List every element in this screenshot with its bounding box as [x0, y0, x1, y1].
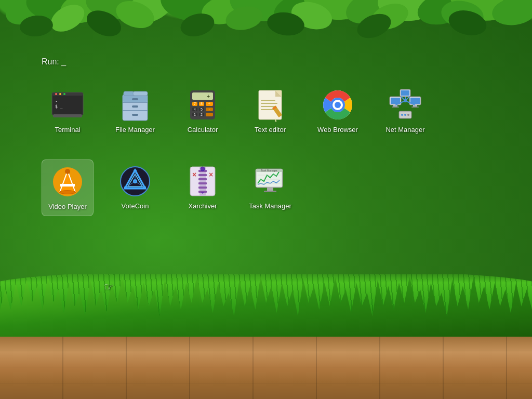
- task-manager-label: Task Manager: [249, 202, 291, 210]
- desktop-icons-container: - $ _ Terminal: [42, 83, 490, 237]
- svg-point-97: [404, 114, 406, 116]
- svg-point-32: [55, 93, 57, 95]
- svg-rect-39: [132, 98, 138, 100]
- icons-row-1: - $ _ Terminal: [42, 83, 490, 139]
- icons-row-2: Video Player: [42, 159, 490, 216]
- web-browser-label: Web Browser: [317, 126, 358, 134]
- svg-rect-80: [391, 98, 400, 104]
- svg-text:+: +: [207, 94, 210, 99]
- app-icon-text-editor[interactable]: Text editor: [244, 83, 296, 139]
- svg-rect-88: [401, 90, 409, 96]
- svg-point-96: [401, 114, 403, 116]
- leaves-decoration: [0, 0, 532, 68]
- net-manager-label: Net Manager: [385, 126, 424, 134]
- svg-rect-41: [132, 114, 138, 116]
- svg-rect-42: [124, 91, 134, 96]
- svg-text:$ _: $ _: [55, 104, 63, 109]
- app-icon-net-manager[interactable]: Net Manager: [379, 83, 431, 139]
- svg-text:×: ×: [192, 170, 196, 179]
- calculator-icon: + 7 8 ÷ 4: [186, 88, 219, 122]
- svg-rect-37: [123, 102, 148, 103]
- video-player-label: Video Player: [48, 203, 86, 210]
- svg-rect-86: [411, 107, 419, 108]
- svg-point-33: [59, 93, 61, 95]
- svg-rect-68: [261, 100, 275, 101]
- svg-text:÷: ÷: [208, 102, 210, 105]
- svg-point-78: [335, 102, 341, 108]
- cursor-pointer: ☞: [104, 281, 113, 293]
- terminal-icon: - $ _: [51, 88, 84, 122]
- votecoin-icon: [118, 165, 152, 198]
- web-browser-icon: [321, 88, 354, 122]
- file-manager-label: File Manager: [115, 126, 155, 134]
- app-icon-web-browser[interactable]: Web Browser: [312, 83, 364, 139]
- svg-rect-124: [198, 182, 207, 184]
- svg-point-34: [63, 93, 65, 95]
- app-icon-task-manager[interactable]: Task Manager Task Manager: [244, 159, 296, 215]
- svg-rect-122: [198, 174, 207, 176]
- text-editor-label: Text editor: [255, 126, 286, 134]
- svg-rect-132: [257, 170, 282, 187]
- svg-rect-71: [261, 109, 274, 110]
- svg-rect-102: [60, 184, 75, 187]
- net-manager-icon: [389, 88, 422, 122]
- svg-text:×: ×: [208, 108, 210, 111]
- svg-text:8: 8: [201, 102, 203, 105]
- svg-rect-82: [392, 107, 399, 108]
- app-icon-file-manager[interactable]: File Manager: [109, 83, 161, 139]
- run-prompt: Run: _: [42, 57, 66, 66]
- app-icon-votecoin[interactable]: VoteCoin: [109, 159, 161, 215]
- svg-text:2: 2: [201, 113, 203, 116]
- svg-rect-27: [52, 92, 83, 115]
- svg-point-98: [407, 114, 409, 116]
- svg-text:Task Manager: Task Manager: [261, 169, 277, 172]
- svg-rect-139: [264, 191, 276, 192]
- svg-point-94: [404, 99, 407, 102]
- task-manager-icon: Task Manager: [254, 165, 287, 198]
- svg-rect-40: [132, 105, 138, 108]
- terminal-label: Terminal: [55, 126, 80, 134]
- svg-text:1: 1: [194, 113, 196, 116]
- svg-rect-138: [267, 188, 273, 191]
- svg-rect-84: [410, 98, 420, 104]
- xarchiver-label: Xarchiver: [189, 202, 217, 210]
- svg-rect-45: [192, 92, 213, 100]
- svg-rect-123: [198, 178, 207, 180]
- svg-point-129: [201, 167, 205, 171]
- svg-rect-69: [261, 103, 277, 104]
- votecoin-label: VoteCoin: [122, 202, 149, 210]
- svg-point-104: [60, 191, 75, 194]
- text-editor-icon: [254, 88, 287, 122]
- file-manager-icon: [118, 88, 152, 122]
- svg-text:7: 7: [194, 102, 196, 105]
- svg-text:×: ×: [209, 170, 213, 179]
- app-icon-xarchiver[interactable]: × × Xarchiver: [177, 159, 229, 215]
- app-icon-terminal[interactable]: - $ _ Terminal: [42, 83, 94, 139]
- app-icon-calculator[interactable]: + 7 8 ÷ 4: [177, 83, 229, 139]
- svg-rect-38: [123, 110, 148, 111]
- svg-rect-125: [198, 187, 207, 189]
- xarchiver-icon: × ×: [186, 165, 219, 198]
- svg-text:4: 4: [194, 108, 196, 111]
- calculator-label: Calculator: [188, 126, 218, 134]
- svg-rect-29: [53, 114, 82, 117]
- app-icon-video-player[interactable]: Video Player: [42, 159, 94, 216]
- svg-text:5: 5: [201, 108, 203, 111]
- svg-rect-43: [133, 91, 148, 96]
- svg-text:-: -: [55, 99, 58, 104]
- video-player-icon: [51, 165, 84, 198]
- grass-decoration: [0, 274, 532, 337]
- svg-point-105: [65, 169, 70, 174]
